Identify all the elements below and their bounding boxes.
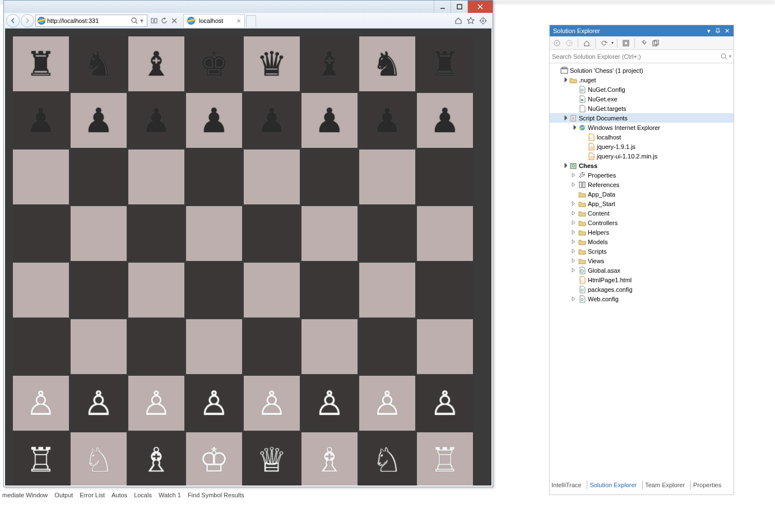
chess-square[interactable] <box>359 263 415 318</box>
right-tab[interactable]: Team Explorer <box>642 480 687 489</box>
tree-item[interactable]: Controllers <box>550 218 734 227</box>
chess-square[interactable]: ♝ <box>128 36 184 91</box>
tab-close-icon[interactable]: ✕ <box>236 18 241 24</box>
tree-item[interactable]: Chess <box>550 161 734 170</box>
chess-piece-b[interactable]: ♗ <box>314 440 345 479</box>
tree-expander-icon[interactable] <box>570 181 577 188</box>
tree-item[interactable]: NuGet.Config <box>550 85 734 94</box>
chess-piece-r[interactable]: ♜ <box>430 44 460 83</box>
tree-expander-icon[interactable] <box>570 296 577 302</box>
back-nav-icon[interactable] <box>552 38 562 48</box>
favorites-icon[interactable] <box>467 17 475 25</box>
chess-square[interactable]: ♙ <box>301 376 358 431</box>
chess-piece-p[interactable]: ♙ <box>430 384 460 423</box>
chess-square[interactable]: ♙ <box>359 376 415 431</box>
chess-square[interactable]: ♚ <box>186 36 242 91</box>
tree-item[interactable]: App_Start <box>550 199 734 208</box>
chess-square[interactable] <box>244 206 300 261</box>
chess-square[interactable]: ♟ <box>359 93 415 148</box>
chess-piece-n[interactable]: ♞ <box>83 44 114 83</box>
chess-piece-p[interactable]: ♟ <box>257 101 287 140</box>
chess-square[interactable] <box>301 319 358 374</box>
tree-item[interactable]: Script Documents <box>550 113 734 123</box>
chess-piece-r[interactable]: ♖ <box>26 440 56 479</box>
chess-piece-p[interactable]: ♟ <box>199 101 229 140</box>
tree-expander-icon[interactable] <box>561 115 568 122</box>
chess-square[interactable] <box>71 206 127 261</box>
collapse-icon[interactable] <box>621 38 631 48</box>
tree-expander-icon[interactable] <box>570 200 577 207</box>
tree-item[interactable]: References <box>550 180 734 189</box>
chess-piece-k[interactable]: ♔ <box>199 440 229 479</box>
chess-square[interactable]: ♙ <box>13 376 69 431</box>
chess-piece-p[interactable]: ♙ <box>83 384 114 423</box>
tree-expander-icon[interactable] <box>570 248 577 255</box>
chess-square[interactable]: ♟ <box>71 93 127 148</box>
chess-piece-q[interactable]: ♕ <box>257 440 287 479</box>
tree-item[interactable]: Windows Internet Explorer <box>550 123 734 132</box>
chess-square[interactable] <box>13 263 69 318</box>
tree-item[interactable]: JSjquery-ui-1.10.2.min.js <box>550 151 734 161</box>
chess-square[interactable]: ♙ <box>186 376 242 431</box>
chess-piece-b[interactable]: ♝ <box>141 44 171 83</box>
chess-piece-r[interactable]: ♜ <box>26 44 56 83</box>
chess-square[interactable]: ♝ <box>301 36 358 91</box>
bottom-tab[interactable]: Output <box>54 492 73 498</box>
tree-expander-icon[interactable] <box>561 77 568 83</box>
chess-piece-p[interactable]: ♙ <box>372 384 402 423</box>
bottom-tab[interactable]: Locals <box>134 492 152 498</box>
chess-square[interactable] <box>186 206 242 261</box>
chess-square[interactable]: ♙ <box>71 376 127 431</box>
home-scope-icon[interactable] <box>582 38 592 48</box>
chess-square[interactable]: ♟ <box>128 93 184 148</box>
chess-square[interactable] <box>301 206 358 261</box>
chess-square[interactable] <box>301 263 358 318</box>
chess-piece-p[interactable]: ♙ <box>141 384 171 423</box>
chess-square[interactable] <box>417 206 473 261</box>
minimize-button[interactable] <box>434 1 451 13</box>
chess-square[interactable] <box>128 263 184 318</box>
chess-square[interactable]: ♗ <box>128 432 184 486</box>
tree-item[interactable]: NuGet.targets <box>550 104 734 113</box>
chess-piece-b[interactable]: ♝ <box>314 44 345 83</box>
chess-square[interactable] <box>244 263 300 318</box>
chess-square[interactable] <box>186 263 242 318</box>
tree-item[interactable]: Models <box>550 237 734 246</box>
tree-expander-icon[interactable] <box>570 210 577 217</box>
chess-square[interactable] <box>71 150 127 204</box>
show-all-icon[interactable] <box>651 38 661 48</box>
chess-piece-p[interactable]: ♟ <box>430 101 460 140</box>
chess-square[interactable]: ♔ <box>186 432 242 486</box>
chess-square[interactable] <box>417 150 473 204</box>
tree-item[interactable]: NuGet.exe <box>550 94 734 104</box>
chess-square[interactable] <box>301 150 358 204</box>
chess-square[interactable] <box>128 206 184 261</box>
chess-square[interactable]: ♖ <box>13 432 69 486</box>
tree-item[interactable]: App_Data <box>550 189 734 199</box>
chess-piece-n[interactable]: ♞ <box>372 44 402 83</box>
chess-square[interactable] <box>128 319 184 374</box>
chess-square[interactable]: ♟ <box>244 93 300 148</box>
bottom-tab[interactable]: Find Symbol Results <box>188 492 244 498</box>
tree-expander-icon[interactable] <box>570 220 577 226</box>
chess-square[interactable] <box>244 319 300 374</box>
right-tab[interactable]: Properties <box>690 480 723 489</box>
tree-expander-icon[interactable] <box>561 162 568 169</box>
chess-piece-p[interactable]: ♟ <box>141 101 171 140</box>
sync-icon[interactable] <box>599 38 609 48</box>
right-tab[interactable]: Solution Explorer <box>587 480 639 489</box>
chess-square[interactable] <box>71 319 127 374</box>
chess-piece-p[interactable]: ♙ <box>257 384 287 423</box>
chess-square[interactable]: ♙ <box>244 376 300 431</box>
tree-expander-icon[interactable] <box>570 229 577 236</box>
home-icon[interactable] <box>454 17 462 25</box>
chess-square[interactable]: ♟ <box>417 93 473 148</box>
properties-icon[interactable] <box>638 38 648 48</box>
tree-item[interactable]: .nuget <box>550 75 734 85</box>
address-bar[interactable]: http://localhost:331 ▾ <box>35 15 147 27</box>
chess-square[interactable] <box>128 150 184 204</box>
tree-expander-icon[interactable] <box>570 267 577 274</box>
chess-piece-p[interactable]: ♙ <box>314 384 345 423</box>
chess-piece-q[interactable]: ♛ <box>257 44 287 83</box>
close-button[interactable] <box>467 1 493 13</box>
